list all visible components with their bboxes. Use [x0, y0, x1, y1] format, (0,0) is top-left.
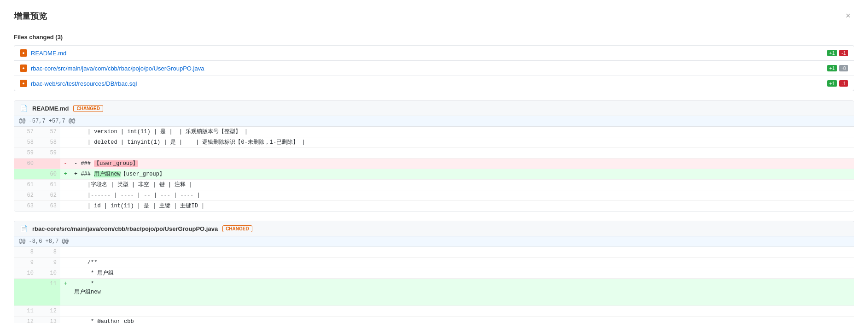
file-link-readme[interactable]: README.md [31, 50, 66, 57]
file-item-readme: ● README.md +1 -1 [14, 46, 854, 61]
stat-del-rbac-sql: -1 [839, 80, 848, 87]
table-row: 60 - - ### 【user_group】 [14, 159, 854, 169]
diff-file-icon-java: 📄 [20, 225, 28, 232]
table-row: 12 13 * @author cbb [14, 317, 854, 323]
stat-del-readme: -1 [839, 50, 848, 56]
table-row: 60 + + ### 用户组new【user_group】 [14, 169, 854, 180]
diff-hunk-header-readme: @@ -57,7 +57,7 @@ [14, 116, 854, 127]
table-row: 8 8 [14, 247, 854, 258]
diff-section-readme: 📄 README.md CHANGED @@ -57,7 +57,7 @@ 57… [14, 100, 854, 211]
table-row: 11 12 [14, 306, 854, 317]
file-item-usergrouppo: ● rbac-core/src/main/java/com/cbb/rbac/p… [14, 61, 854, 76]
changed-badge-usergrouppo: CHANGED [222, 225, 252, 232]
table-row: 11 + * 用户组new [14, 279, 854, 306]
page-title: 增量预览 [14, 11, 47, 22]
diff-file-icon: 📄 [20, 105, 28, 112]
file-link-usergrouppo[interactable]: rbac-core/src/main/java/com/cbb/rbac/poj… [31, 65, 204, 72]
file-stats-readme: +1 -1 [827, 50, 848, 56]
file-icon-rbac-sql: ● [20, 80, 27, 87]
page-container: 增量预览 × Files changed (3) ● README.md +1 … [0, 0, 868, 323]
diff-filename-usergrouppo: rbac-core/src/main/java/com/cbb/rbac/poj… [32, 225, 218, 232]
diff-section-usergrouppo: 📄 rbac-core/src/main/java/com/cbb/rbac/p… [14, 221, 854, 323]
diff-hunk-header-usergrouppo: @@ -8,6 +8,7 @@ [14, 236, 854, 247]
file-list: ● README.md +1 -1 ● rbac-core/src/main/j… [14, 45, 854, 91]
diff-header-readme: 📄 README.md CHANGED [14, 101, 854, 116]
table-row: 62 62 |------ | ---- | -- | --- | ---- | [14, 190, 854, 201]
table-row: 9 9 /** [14, 258, 854, 268]
page-header: 增量预览 × [14, 9, 854, 23]
file-stats-rbac-sql: +1 -1 [827, 80, 848, 87]
changed-badge-readme: CHANGED [73, 105, 103, 112]
file-item-rbac-sql: ● rbac-web/src/test/resources/DB/rbac.sq… [14, 76, 854, 91]
diff-content-readme: @@ -57,7 +57,7 @@ 57 57 | version | int(… [14, 116, 854, 211]
table-row: 61 61 |字段名 | 类型 | 非空 | 键 | 注释 | [14, 180, 854, 190]
diff-content-usergrouppo: @@ -8,6 +8,7 @@ 8 8 9 9 /** 10 10 [14, 236, 854, 323]
table-row: 57 57 | version | int(11) | 是 | | 乐观锁版本号… [14, 127, 854, 137]
stat-del-usergrouppo: -0 [839, 65, 848, 71]
diff-header-usergrouppo: 📄 rbac-core/src/main/java/com/cbb/rbac/p… [14, 221, 854, 236]
file-icon-usergrouppo: ● [20, 65, 27, 72]
file-stats-usergrouppo: +1 -0 [827, 65, 848, 71]
stat-add-usergrouppo: +1 [827, 65, 838, 71]
diff-filename-readme: README.md [32, 105, 69, 112]
file-icon-readme: ● [20, 49, 27, 57]
table-row: 58 58 | deleted | tinyint(1) | 是 | | 逻辑删… [14, 137, 854, 148]
files-changed-label: Files changed (3) [14, 34, 854, 41]
table-row: 59 59 [14, 148, 854, 159]
table-row: 63 63 | id | int(11) | 是 | 主键 | 主键ID | [14, 201, 854, 211]
file-link-rbac-sql[interactable]: rbac-web/src/test/resources/DB/rbac.sql [31, 80, 137, 87]
stat-add-readme: +1 [827, 50, 838, 56]
close-button[interactable]: × [842, 9, 854, 23]
table-row: 10 10 * 用户组 [14, 268, 854, 279]
stat-add-rbac-sql: +1 [827, 80, 838, 87]
